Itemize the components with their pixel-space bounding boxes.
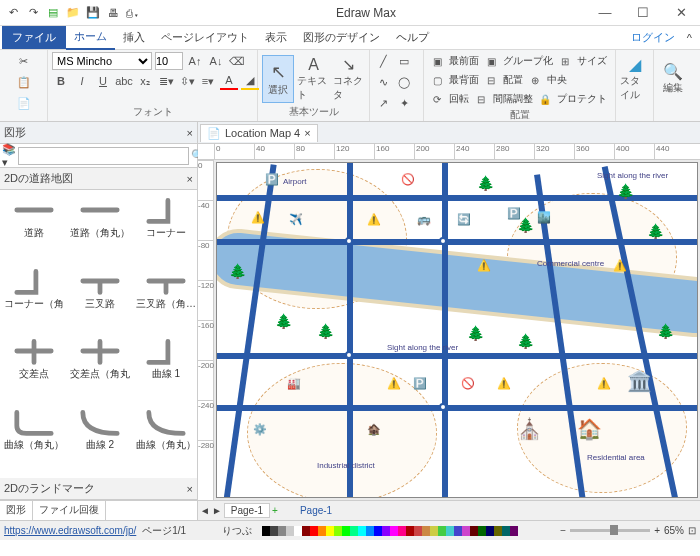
bold-icon[interactable]: B (52, 72, 70, 90)
shape-item[interactable]: 曲線（角丸） 2 (134, 406, 197, 475)
front-icon[interactable]: ▣ (428, 52, 446, 70)
page-add[interactable]: + (272, 505, 278, 516)
warning-sign[interactable]: ⚠️ (387, 377, 401, 390)
group-icon[interactable]: ▣ (482, 52, 500, 70)
shape-search[interactable] (18, 147, 189, 165)
tab-home[interactable]: ホーム (66, 25, 115, 50)
page-prev[interactable]: ◄ (200, 505, 210, 516)
text-tool[interactable]: Aテキスト (297, 55, 329, 103)
underline-icon[interactable]: U (94, 72, 112, 90)
zoom-in[interactable]: + (654, 525, 660, 536)
barn-icon[interactable]: 🏚️ (367, 423, 381, 436)
collapse-ribbon-icon[interactable]: ^ (681, 32, 698, 44)
warning-sign[interactable]: ⚠️ (613, 259, 627, 272)
color-palette[interactable] (262, 526, 518, 536)
shape-item[interactable]: 道路 (2, 194, 66, 263)
select-tool[interactable]: ↖選択 (262, 55, 294, 103)
line-tool[interactable]: ╱ (374, 52, 392, 70)
cut-icon[interactable]: ✂ (15, 52, 33, 70)
tree-icon[interactable]: 🌲 (467, 325, 484, 341)
font-size[interactable] (155, 52, 183, 70)
factory-icon[interactable]: 🏭 (287, 377, 301, 390)
shape-item[interactable]: コーナー（角… (2, 265, 66, 334)
buildings-icon[interactable]: 🏙️ (537, 211, 551, 224)
no-entry-sign[interactable]: 🚫 (461, 377, 475, 390)
tab-design[interactable]: 図形のデザイン (295, 26, 388, 49)
warning-sign[interactable]: ⚠️ (497, 377, 511, 390)
intersection[interactable] (345, 351, 353, 359)
road[interactable] (217, 239, 697, 245)
tree-icon[interactable]: 🌲 (477, 175, 494, 191)
tree-icon[interactable]: 🌲 (617, 183, 634, 199)
bus-sign[interactable]: 🚌 (417, 213, 431, 226)
font-select[interactable]: MS Mincho (52, 52, 152, 70)
road[interactable] (442, 163, 448, 498)
shape-item[interactable]: 曲線（角丸） 1 (2, 406, 66, 475)
redo-icon[interactable]: ↷ (24, 4, 42, 22)
zoom-out[interactable]: − (560, 525, 566, 536)
shape-item[interactable]: 交差点 (2, 335, 66, 404)
undo-icon[interactable]: ↶ (4, 4, 22, 22)
grow-font-icon[interactable]: A↑ (186, 52, 204, 70)
fontcolor-icon[interactable]: A (220, 72, 238, 90)
shape-item[interactable]: 交差点（角丸） (68, 335, 132, 404)
intersection[interactable] (439, 237, 447, 245)
paste-icon[interactable]: 📄 (15, 94, 33, 112)
style-button[interactable]: ◢スタイル (620, 55, 649, 103)
clear-format-icon[interactable]: ⌫ (228, 52, 246, 70)
connector-tool[interactable]: ↘コネクタ (333, 55, 365, 103)
tab-help[interactable]: ヘルプ (388, 26, 437, 49)
plane-icon[interactable]: ✈️ (289, 213, 303, 226)
edit-button[interactable]: 🔍編集 (658, 55, 688, 103)
shapes-close-icon[interactable]: × (187, 127, 193, 139)
shape-item[interactable]: 三叉路 (68, 265, 132, 334)
shape-item[interactable]: 道路（角丸） (68, 194, 132, 263)
align-icon[interactable]: ≡▾ (199, 72, 217, 90)
oil-pump-icon[interactable]: ⚙️ (253, 423, 267, 436)
church-icon[interactable]: ⛪ (517, 417, 542, 441)
tab-view[interactable]: 表示 (257, 26, 295, 49)
shape-item[interactable]: 曲線 1 (134, 335, 197, 404)
size-icon[interactable]: ⊞ (556, 52, 574, 70)
copy-icon[interactable]: 📋 (15, 73, 33, 91)
shape-item[interactable]: コーナー (134, 194, 197, 263)
subscript-icon[interactable]: x₂ (136, 72, 154, 90)
page-next[interactable]: ► (212, 505, 222, 516)
minimize-button[interactable]: — (590, 3, 620, 23)
canvas-page[interactable]: 🌲 🌲 🌲 🌲 🌲 🌲 🌲 🌲 🌲 🌲 🅿️ ✈️ ⚠️ 🚌 🔄 🅿️ 🏙️ ⚠ (216, 162, 698, 498)
shrink-font-icon[interactable]: A↓ (207, 52, 225, 70)
linespace-icon[interactable]: ⇳▾ (178, 72, 196, 90)
bottom-tab-shapes[interactable]: 図形 (0, 501, 33, 520)
warning-sign[interactable]: ⚠️ (367, 213, 381, 226)
warning-sign[interactable]: ⚠️ (251, 211, 265, 224)
cat-close-icon[interactable]: × (187, 173, 193, 185)
alignbtn-icon[interactable]: ⊟ (482, 71, 500, 89)
warning-sign[interactable]: ⚠️ (597, 377, 611, 390)
tree-icon[interactable]: 🌲 (229, 263, 246, 279)
roundabout-sign[interactable]: 🔄 (457, 213, 471, 226)
italic-icon[interactable]: I (73, 72, 91, 90)
save-icon[interactable]: 💾 (84, 4, 102, 22)
rotate-icon[interactable]: ⟳ (428, 90, 446, 108)
category-landmarks[interactable]: 2Dのランドマーク (4, 481, 95, 496)
tree-icon[interactable]: 🌲 (317, 323, 334, 339)
intersection[interactable] (345, 237, 353, 245)
warning-sign[interactable]: ⚠️ (477, 259, 491, 272)
bullets-icon[interactable]: ≣▾ (157, 72, 175, 90)
intersection[interactable] (439, 403, 447, 411)
arrow-tool[interactable]: ↗ (374, 94, 392, 112)
star-tool[interactable]: ✦ (395, 94, 413, 112)
fit-icon[interactable]: ⊡ (688, 525, 696, 536)
curve-tool[interactable]: ∿ (374, 73, 392, 91)
doc-close-icon[interactable]: × (304, 127, 310, 139)
tab-layout[interactable]: ページレイアウト (153, 26, 257, 49)
lib-icon[interactable]: 📚▾ (2, 143, 16, 169)
road[interactable] (217, 405, 697, 411)
tab-insert[interactable]: 挿入 (115, 26, 153, 49)
zoom-slider[interactable] (570, 529, 650, 532)
spacing-icon[interactable]: ⊟ (472, 90, 490, 108)
zone-industrial[interactable] (247, 363, 437, 498)
tree-icon[interactable]: 🌲 (647, 223, 664, 239)
parking-sign[interactable]: 🅿️ (413, 377, 427, 390)
tree-icon[interactable]: 🌲 (517, 333, 534, 349)
